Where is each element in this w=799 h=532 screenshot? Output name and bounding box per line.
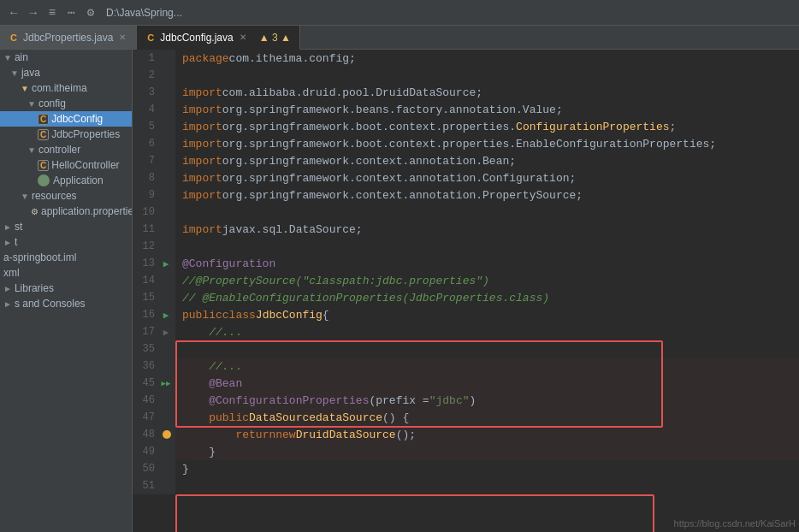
sidebar: ▼ ain ▼ java ▼ com.itheima ▼ config C Jd… (0, 50, 133, 532)
code-lines: 1 package com.itheima.config; 2 3 (133, 50, 799, 494)
fold-icon[interactable]: ▶ (163, 327, 169, 338)
settings-icon[interactable]: ⚙ (84, 3, 98, 21)
line-number: 49 (133, 443, 158, 460)
code-line-47: public DataSource dataSource() { (175, 409, 409, 426)
tab-jdbc-properties-close[interactable]: ✕ (117, 32, 127, 43)
class-icon: C (38, 160, 49, 171)
code-line-9: import org.springframework.context.annot… (175, 186, 583, 204)
chevron-down-icon: ▼ (27, 99, 36, 109)
code-line-11: import javax.sql.DataSource; (175, 221, 363, 238)
code-line-17: //... (175, 323, 242, 340)
line-number: 35 (133, 340, 158, 358)
chevron-right-icon: ► (3, 238, 12, 247)
sidebar-item-t[interactable]: ► t (0, 234, 132, 250)
line-number: 48 (133, 426, 158, 443)
code-line-36: //... (175, 358, 242, 375)
sidebar-item-libraries[interactable]: ► Libraries (0, 281, 132, 296)
sidebar-item-app-properties[interactable]: ⚙ application.properties (0, 204, 132, 219)
line-row: 35 (133, 340, 799, 358)
code-line-15: // @EnableConfigurationProperties(JdbcPr… (175, 289, 549, 306)
gutter (158, 50, 175, 67)
line-row: 49 } (133, 443, 799, 460)
class-icon: C (38, 129, 49, 140)
sidebar-item-com-itheima-label: com.itheima (32, 82, 87, 94)
line-number: 4 (133, 101, 158, 118)
line-number: 8 (133, 169, 158, 186)
run-icon[interactable]: ▶ (163, 310, 169, 321)
line-row: 45 ▶▶ @Bean (133, 375, 799, 392)
sidebar-item-controller-label: controller (38, 144, 80, 156)
code-line-51 (175, 477, 182, 494)
sidebar-item-jdbc-properties[interactable]: C JdbcProperties (0, 127, 132, 142)
run-icon[interactable]: ▶▶ (162, 379, 171, 388)
line-row: 17 ▶ //... (133, 323, 799, 340)
gutter (158, 272, 175, 289)
tab-jdbc-config-close[interactable]: ✕ (238, 32, 248, 43)
code-line-50: } (175, 460, 189, 477)
sidebar-item-config-label: config (38, 98, 66, 109)
sidebar-item-controller[interactable]: ▼ controller (0, 142, 132, 157)
run-icon[interactable]: ▶ (163, 258, 169, 269)
gutter: ▶ (158, 306, 175, 323)
sidebar-item-com-itheima[interactable]: ▼ com.itheima (0, 80, 132, 96)
tab-jdbc-config[interactable]: C JdbcConfig.java ✕ ▲ 3 ▲ (137, 26, 299, 50)
tab-jdbc-config-icon: C (145, 33, 156, 43)
line-row: 47 public DataSource dataSource() { (133, 409, 799, 426)
sidebar-item-hello-controller-label: HelloController (51, 159, 119, 171)
line-number: 11 (133, 221, 158, 238)
sidebar-item-config[interactable]: ▼ config (0, 96, 132, 111)
sidebar-item-iml[interactable]: a-springboot.iml (0, 250, 132, 265)
collapse-all-icon[interactable]: ⋯ (64, 3, 78, 21)
sidebar-item-resources[interactable]: ▼ resources (0, 188, 132, 204)
code-line-6: import org.springframework.boot.context.… (175, 135, 716, 152)
line-row: 14 //@PropertySource("classpath:jdbc.pro… (133, 272, 799, 289)
navigate-back-icon[interactable]: ← (7, 4, 21, 21)
folder-icon: ▼ (21, 84, 29, 93)
code-line-45: @Bean (175, 375, 242, 392)
gutter (158, 238, 175, 255)
navigate-forward-icon[interactable]: → (26, 4, 39, 21)
gutter (158, 340, 175, 358)
line-number: 45 (133, 375, 158, 392)
line-row: 36 //... (133, 358, 799, 375)
gutter (158, 289, 175, 306)
gutter (158, 460, 175, 477)
chevron-right-icon: ► (3, 284, 12, 293)
sidebar-item-consoles[interactable]: ► s and Consoles (0, 296, 132, 311)
line-number: 10 (133, 204, 158, 221)
line-row: 48 return new DruidDataSource(); (133, 426, 799, 443)
sidebar-item-xml[interactable]: xml (0, 265, 132, 281)
code-line-12 (175, 238, 182, 255)
code-line-8: import org.springframework.context.annot… (175, 169, 576, 186)
sidebar-item-java[interactable]: ▼ java (0, 65, 132, 80)
line-row: 6 import org.springframework.boot.contex… (133, 135, 799, 152)
code-line-10 (175, 204, 182, 221)
sidebar-item-ain[interactable]: ▼ ain (0, 50, 132, 65)
sidebar-item-jdbc-config[interactable]: C JdbcConfig (0, 111, 132, 127)
code-line-48: return new DruidDataSource(); (175, 426, 416, 443)
line-number: 13 (133, 255, 158, 272)
tab-jdbc-config-label: JdbcConfig.java (160, 32, 233, 44)
align-left-icon[interactable]: ≡ (45, 4, 59, 21)
breakpoint-dot[interactable] (163, 430, 171, 439)
gutter (158, 204, 175, 221)
sidebar-item-hello-controller[interactable]: C HelloController (0, 157, 132, 173)
sidebar-item-application[interactable]: Application (0, 173, 132, 188)
code-editor[interactable]: 1 package com.itheima.config; 2 3 (133, 50, 799, 532)
tab-jdbc-properties[interactable]: C JdbcProperties.java ✕ (0, 26, 137, 49)
tab-jdbc-properties-label: JdbcProperties.java (23, 32, 113, 44)
line-number: 12 (133, 238, 158, 255)
line-number: 51 (133, 477, 158, 494)
chevron-right-icon: ► (3, 222, 12, 232)
line-number: 36 (133, 358, 158, 375)
gutter (158, 409, 175, 426)
gutter: ▶▶ (158, 375, 175, 392)
line-row: 12 (133, 238, 799, 255)
code-line-13: @Configuration (175, 255, 275, 272)
line-number: 46 (133, 392, 158, 409)
sidebar-item-st[interactable]: ► st (0, 219, 132, 234)
gutter (158, 169, 175, 186)
code-line-46: @ConfigurationProperties(prefix = "jdbc"… (175, 392, 476, 409)
sidebar-item-t-label: t (15, 236, 17, 248)
line-row: 46 @ConfigurationProperties(prefix = "jd… (133, 392, 799, 409)
